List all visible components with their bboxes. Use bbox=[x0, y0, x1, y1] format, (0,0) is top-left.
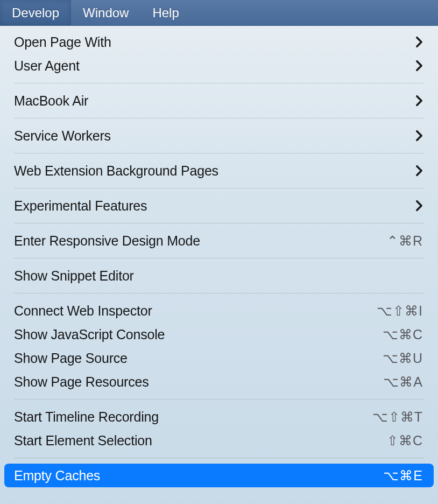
menu-item-label: Show Page Source bbox=[14, 351, 128, 366]
menu-item-show-page-source[interactable]: Show Page Source⌥⌘U bbox=[2, 346, 436, 370]
chevron-right-icon bbox=[415, 36, 423, 48]
menu-separator bbox=[14, 118, 424, 118]
menu-item-start-timeline-recording[interactable]: Start Timeline Recording⌥⇧⌘T bbox=[2, 405, 436, 429]
menu-item-label: Show JavaScript Console bbox=[14, 327, 165, 342]
menu-item-label: User Agent bbox=[14, 58, 80, 74]
menu-item-shortcut: ⌥⌘A bbox=[383, 374, 423, 390]
menu-item-shortcut: ⌥⌘C bbox=[383, 327, 423, 342]
menu-item-label: MacBook Air bbox=[14, 93, 88, 109]
menu-item-label: Start Element Selection bbox=[14, 433, 152, 449]
menubar-item-develop[interactable]: Develop bbox=[0, 0, 71, 25]
menu-item-label: Empty Caches bbox=[14, 468, 100, 484]
menu-separator bbox=[14, 258, 424, 258]
chevron-right-icon bbox=[415, 130, 423, 142]
menu-item-shortcut: ⌥⌘U bbox=[383, 351, 423, 366]
menu-item-macbook-air[interactable]: MacBook Air bbox=[2, 89, 436, 113]
menubar-item-help[interactable]: Help bbox=[140, 0, 190, 25]
menu-item-label: Experimental Features bbox=[14, 198, 147, 214]
menu-item-shortcut: ⌥⇧⌘I bbox=[377, 303, 423, 319]
menu-item-label: Service Workers bbox=[14, 128, 111, 144]
menu-item-web-extension-background-pages[interactable]: Web Extension Background Pages bbox=[2, 159, 436, 183]
menu-item-shortcut: ⌥⌘E bbox=[383, 468, 423, 484]
menu-separator bbox=[14, 188, 424, 188]
menubar-label: Window bbox=[83, 5, 129, 20]
menu-separator bbox=[14, 83, 424, 83]
menu-item-empty-caches[interactable]: Empty Caches⌥⌘E bbox=[4, 464, 434, 487]
menu-item-label: Enter Responsive Design Mode bbox=[14, 233, 200, 249]
menu-item-label: Web Extension Background Pages bbox=[14, 163, 218, 179]
menu-item-label: Show Page Resources bbox=[14, 374, 149, 390]
chevron-right-icon bbox=[415, 200, 423, 212]
menubar-label: Develop bbox=[12, 5, 59, 20]
menu-item-user-agent[interactable]: User Agent bbox=[2, 54, 436, 78]
menu-separator bbox=[14, 293, 424, 293]
menu-separator bbox=[14, 223, 424, 223]
chevron-right-icon bbox=[415, 95, 423, 107]
chevron-right-icon bbox=[415, 165, 423, 177]
menu-item-shortcut: ⇧⌘C bbox=[387, 433, 423, 449]
develop-dropdown: Open Page WithUser AgentMacBook AirServi… bbox=[2, 26, 436, 487]
menu-item-show-javascript-console[interactable]: Show JavaScript Console⌥⌘C bbox=[2, 323, 436, 346]
menu-item-enter-responsive-design-mode[interactable]: Enter Responsive Design Mode⌃⌘R bbox=[2, 229, 436, 253]
menu-separator bbox=[14, 399, 424, 400]
menu-item-shortcut: ⌥⇧⌘T bbox=[372, 409, 423, 425]
chevron-right-icon bbox=[415, 60, 423, 72]
menu-separator bbox=[14, 458, 424, 458]
menubar-label: Help bbox=[152, 5, 179, 20]
menu-item-show-snippet-editor[interactable]: Show Snippet Editor bbox=[2, 264, 436, 288]
menu-item-shortcut: ⌃⌘R bbox=[387, 233, 423, 249]
menu-separator bbox=[14, 153, 424, 153]
menu-item-service-workers[interactable]: Service Workers bbox=[2, 124, 436, 148]
menubar: Develop Window Help bbox=[0, 0, 438, 26]
menu-item-start-element-selection[interactable]: Start Element Selection⇧⌘C bbox=[2, 429, 436, 452]
menu-item-label: Start Timeline Recording bbox=[14, 409, 159, 425]
menu-item-experimental-features[interactable]: Experimental Features bbox=[2, 194, 436, 218]
menu-item-label: Open Page With bbox=[14, 34, 111, 50]
menu-item-label: Show Snippet Editor bbox=[14, 268, 134, 284]
menu-item-label: Connect Web Inspector bbox=[14, 303, 152, 319]
menu-item-show-page-resources[interactable]: Show Page Resources⌥⌘A bbox=[2, 370, 436, 394]
menu-item-open-page-with[interactable]: Open Page With bbox=[2, 30, 436, 54]
menubar-item-window[interactable]: Window bbox=[71, 0, 140, 25]
menu-item-connect-web-inspector[interactable]: Connect Web Inspector⌥⇧⌘I bbox=[2, 299, 436, 323]
